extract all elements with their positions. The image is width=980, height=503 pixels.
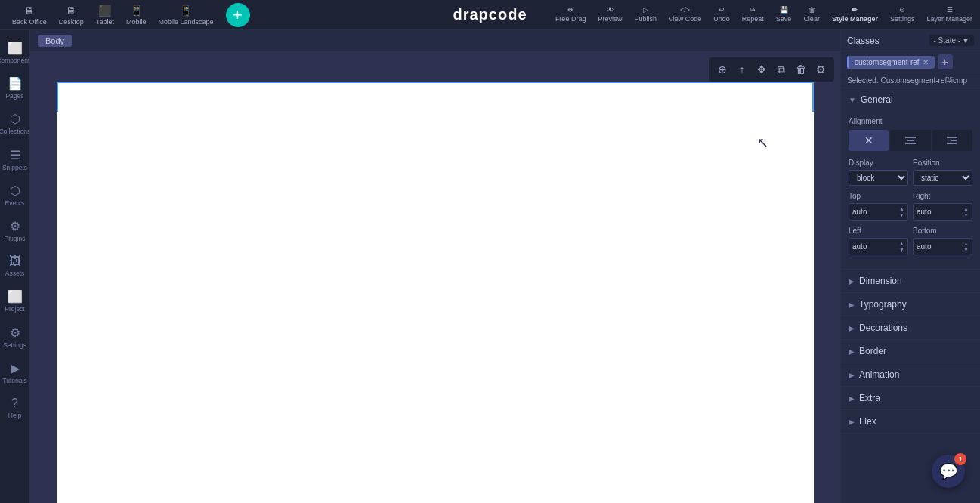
- desktop-btn[interactable]: 🖥 Desktop: [54, 2, 88, 29]
- animation-section-header[interactable]: ▶ Animation: [841, 363, 980, 386]
- right-input[interactable]: auto ▲ ▼: [913, 203, 972, 221]
- left-spin-arrows[interactable]: ▲ ▼: [899, 241, 904, 252]
- save-icon: 💾: [780, 7, 788, 14]
- sidebar-item-components[interactable]: ⬜ Components: [0, 36, 29, 69]
- general-section-header[interactable]: ▼ General: [841, 88, 980, 111]
- general-chevron: ▼: [849, 96, 856, 104]
- bottom-spin-arrows[interactable]: ▲ ▼: [963, 241, 969, 252]
- pages-icon: 📄: [8, 76, 23, 91]
- bottom-input[interactable]: auto ▲ ▼: [913, 238, 972, 255]
- sidebar-item-pages[interactable]: 📄 Pages: [0, 72, 29, 104]
- bottom-field: Bottom auto ▲ ▼: [913, 227, 972, 255]
- left-label: Left: [849, 227, 908, 235]
- right-spin-up[interactable]: ▲: [963, 206, 969, 211]
- style-manager-icon: ✏: [852, 7, 858, 14]
- layer-manager-btn[interactable]: ☰ Layer Manager: [926, 7, 972, 23]
- add-class-button[interactable]: +: [938, 54, 953, 69]
- align-right-btn[interactable]: [932, 130, 972, 151]
- main-area: ⬜ Components 📄 Pages ⬡ Collections ☰ Sni…: [0, 30, 980, 503]
- redo-btn[interactable]: ↪ Repeat: [742, 7, 764, 23]
- display-select[interactable]: block: [849, 170, 908, 186]
- position-select[interactable]: static: [913, 170, 972, 186]
- canvas-move-btn[interactable]: ✥: [753, 60, 771, 79]
- collections-icon: ⬡: [10, 112, 20, 126]
- top-input[interactable]: auto ▲ ▼: [849, 203, 908, 221]
- canvas-container[interactable]: ⊕ ↑ ✥ ⧉ 🗑 ⚙ ↖: [30, 51, 840, 503]
- bottom-spin-down[interactable]: ▼: [963, 247, 969, 252]
- class-tag-customsegment[interactable]: customsegment-ref ✕: [847, 56, 935, 69]
- canvas-move-up-btn[interactable]: ↑: [733, 60, 751, 79]
- canvas-white-area[interactable]: [57, 82, 814, 503]
- border-section-header[interactable]: ▶ Border: [841, 340, 980, 363]
- display-position-row: Display block Position static: [849, 159, 972, 186]
- free-drag-btn[interactable]: ✥ Free Drag: [555, 7, 586, 23]
- decorations-section-header[interactable]: ▶ Decorations: [841, 316, 980, 339]
- dimension-section-header[interactable]: ▶ Dimension: [841, 270, 980, 292]
- top-spin-up[interactable]: ▲: [899, 206, 904, 211]
- sidebar-item-help[interactable]: ? Help: [0, 392, 29, 424]
- preview-btn[interactable]: 👁 Preview: [598, 7, 622, 23]
- left-input[interactable]: auto ▲ ▼: [849, 238, 908, 255]
- canvas-add-btn[interactable]: ⊕: [713, 60, 731, 79]
- sidebar-item-collections[interactable]: ⬡ Collections: [0, 107, 29, 140]
- left-spin-down[interactable]: ▼: [899, 247, 904, 252]
- sidebar-item-settings[interactable]: ⚙ Settings: [0, 321, 29, 353]
- svg-rect-4: [951, 140, 957, 141]
- snippets-icon: ☰: [10, 148, 20, 162]
- chat-bubble[interactable]: 💬 1: [932, 455, 965, 488]
- add-element-button[interactable]: +: [226, 3, 250, 27]
- right-spin-down[interactable]: ▼: [963, 212, 969, 218]
- tablet-btn[interactable]: ⬛ Tablet: [91, 2, 119, 29]
- right-spin-arrows[interactable]: ▲ ▼: [963, 206, 969, 218]
- align-none-btn[interactable]: ✕: [849, 130, 889, 151]
- align-center-btn[interactable]: [890, 130, 930, 151]
- left-field: Left auto ▲ ▼: [849, 227, 908, 255]
- settings-btn[interactable]: ⚙ Settings: [890, 7, 915, 23]
- sidebar-item-tutorials[interactable]: ▶ Tutorials: [0, 356, 29, 389]
- top-spin-down[interactable]: ▼: [899, 212, 904, 218]
- class-tag-remove-btn[interactable]: ✕: [923, 58, 929, 66]
- svg-rect-5: [947, 143, 957, 144]
- canvas-duplicate-btn[interactable]: ⧉: [772, 60, 790, 79]
- back-office-btn[interactable]: 🖥 Back Office: [8, 2, 51, 29]
- clear-btn[interactable]: 🗑 Clear: [803, 7, 820, 23]
- sidebar-item-events[interactable]: ⬡ Events: [0, 179, 29, 211]
- clear-icon: 🗑: [808, 7, 815, 14]
- top-spin-arrows[interactable]: ▲ ▼: [899, 206, 904, 218]
- sidebar-item-plugins[interactable]: ⚙ Plugins: [0, 214, 29, 247]
- state-dropdown[interactable]: - State - ▼: [929, 35, 974, 46]
- style-manager-btn[interactable]: ✏ Style Manager: [832, 7, 878, 23]
- sidebar-item-assets[interactable]: 🖼 Assets: [0, 250, 29, 282]
- view-code-btn[interactable]: </> View Code: [669, 7, 701, 23]
- general-section-content: Alignment ✕: [841, 111, 980, 269]
- save-btn[interactable]: 💾 Save: [776, 7, 792, 23]
- publish-btn[interactable]: ▷ Publish: [634, 7, 657, 23]
- plugins-icon: ⚙: [10, 219, 20, 233]
- tutorials-icon: ▶: [11, 361, 20, 375]
- mobile-btn[interactable]: 📱 Mobile: [122, 2, 151, 29]
- typography-section-header[interactable]: ▶ Typography: [841, 293, 980, 316]
- extra-chevron: ▶: [849, 394, 855, 403]
- left-spin-up[interactable]: ▲: [899, 241, 904, 246]
- assets-icon: 🖼: [9, 255, 21, 268]
- left-sidebar: ⬜ Components 📄 Pages ⬡ Collections ☰ Sni…: [0, 30, 30, 503]
- undo-btn[interactable]: ↩ Undo: [713, 7, 730, 23]
- right-label: Right: [913, 192, 972, 200]
- selection-left-border: [57, 82, 58, 112]
- breadcrumb-body[interactable]: Body: [38, 35, 72, 47]
- canvas-delete-btn[interactable]: 🗑: [792, 60, 810, 79]
- bottom-spin-up[interactable]: ▲: [963, 241, 969, 246]
- sidebar-item-snippets[interactable]: ☰ Snippets: [0, 143, 29, 176]
- canvas-settings-btn[interactable]: ⚙: [812, 60, 830, 79]
- canvas-area: Body ⊕ ↑ ✥ ⧉ 🗑 ⚙ ↖: [30, 30, 840, 503]
- free-drag-icon: ✥: [567, 7, 573, 14]
- mobile-landscape-btn[interactable]: 📱 Mobile Landscape: [153, 2, 218, 29]
- chat-badge: 1: [954, 453, 966, 465]
- animation-section: ▶ Animation: [841, 363, 980, 387]
- sidebar-item-project[interactable]: ⬜ Project: [0, 285, 29, 317]
- layer-manager-icon: ☰: [947, 7, 953, 14]
- chat-icon: 💬: [939, 462, 958, 480]
- extra-section-header[interactable]: ▶ Extra: [841, 387, 980, 409]
- flex-section-header[interactable]: ▶ Flex: [841, 410, 980, 433]
- desktop-icon: 🖥: [66, 5, 76, 17]
